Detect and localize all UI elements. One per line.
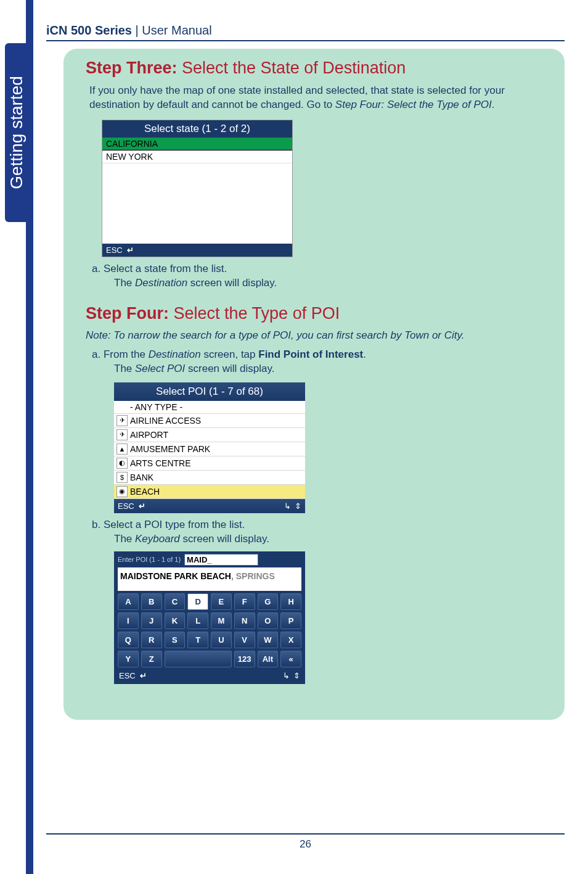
kb-esc[interactable]: ESC — [119, 671, 147, 680]
key-123[interactable]: 123 — [234, 651, 255, 667]
key-o[interactable]: O — [258, 612, 279, 629]
forward-icon[interactable]: ↳ — [283, 671, 290, 680]
key-j[interactable]: J — [141, 612, 162, 629]
key-y[interactable]: Y — [118, 651, 139, 667]
key-alt[interactable]: Alt — [258, 651, 279, 667]
key-p[interactable]: P — [280, 612, 301, 629]
key-n[interactable]: N — [234, 612, 255, 629]
step3-intro-em: Step Four: Select the Type of POI — [335, 99, 492, 110]
poi-row[interactable]: ◐ ARTS CENTRE — [114, 456, 305, 471]
poi-row[interactable]: ✈ AIRLINE ACCESS — [114, 414, 305, 428]
t: screen, tap — [201, 348, 259, 360]
key-x[interactable]: X — [280, 632, 301, 648]
poi-label: AIRLINE ACCESS — [130, 416, 201, 426]
kb-right-icons: ↳ ⇕ — [283, 671, 300, 680]
key-k[interactable]: K — [165, 612, 186, 629]
t: Keyboard — [135, 533, 180, 545]
poi-row[interactable]: ✈ AIRPORT — [114, 428, 305, 442]
select-state-screen: Select state (1 - 2 of 2) CALIFORNIA NEW… — [102, 120, 293, 257]
key-w[interactable]: W — [258, 632, 279, 648]
poi-row-selected[interactable]: ◉ BEACH — [114, 485, 305, 499]
screen2-title: Select POI (1 - 7 of 68) — [114, 382, 305, 401]
key-g[interactable]: G — [258, 593, 279, 610]
kb-input[interactable] — [184, 554, 258, 566]
key-h[interactable]: H — [280, 593, 301, 610]
key-backspace[interactable]: « — [280, 651, 301, 667]
screen2-esc-label: ESC — [118, 501, 134, 511]
step3-sub-a-text: a. Select a state from the list. — [92, 263, 227, 274]
step3-sub-a: a. Select a state from the list. The Des… — [86, 262, 549, 291]
key-u[interactable]: U — [211, 632, 232, 648]
forward-icon[interactable]: ↳ — [284, 501, 291, 511]
t: Find Point of Interest — [258, 348, 363, 360]
screen2-footer: ESC ↳ ⇕ — [114, 499, 305, 513]
header-sep: | — [132, 23, 142, 37]
dollar-icon: $ — [116, 472, 128, 483]
screen2-esc[interactable]: ESC — [118, 501, 145, 511]
key-s[interactable]: S — [165, 632, 186, 648]
key-a[interactable]: A — [118, 593, 139, 610]
poi-label: - ANY TYPE - — [130, 402, 182, 412]
poi-label: BANK — [130, 472, 153, 482]
key-space[interactable] — [165, 651, 232, 667]
enter-icon — [136, 501, 145, 511]
key-q[interactable]: Q — [118, 632, 139, 648]
doc-name: User Manual — [142, 23, 211, 37]
step4-sub-a-desc: The Select POI screen will display. — [103, 362, 549, 376]
poi-row[interactable]: - ANY TYPE - — [114, 401, 305, 414]
kb-result-grey: , SPRINGS — [231, 571, 275, 581]
key-c[interactable]: C — [165, 593, 186, 610]
step3-intro: If you only have the map of one state in… — [86, 84, 549, 112]
screen1-title: Select state (1 - 2 of 2) — [102, 120, 292, 138]
poi-label: AIRPORT — [130, 430, 168, 440]
screen1-blank — [102, 163, 292, 244]
key-i[interactable]: I — [118, 612, 139, 629]
key-l[interactable]: L — [187, 612, 208, 629]
t: Select POI — [135, 363, 185, 374]
step4-sub-b-desc: The Keyboard screen will display. — [103, 532, 549, 546]
screen1-footer: ESC — [102, 244, 292, 257]
key-v[interactable]: V — [234, 632, 255, 648]
amusement-icon: ▲ — [116, 443, 128, 455]
key-e[interactable]: E — [211, 593, 232, 610]
screen1-esc-label: ESC — [106, 245, 123, 255]
scroll-icon[interactable]: ⇕ — [293, 671, 300, 680]
page-number: 26 — [300, 838, 311, 850]
scroll-icon[interactable]: ⇕ — [295, 501, 301, 511]
arts-icon: ◐ — [116, 458, 128, 469]
kb-result-bold: MAIDSTONE PARK BEACH — [120, 571, 231, 581]
key-f[interactable]: F — [234, 593, 255, 610]
keyboard-screen: Enter POI (1 - 1 of 1) MAIDSTONE PARK BE… — [114, 551, 305, 684]
select-poi-screen: Select POI (1 - 7 of 68) - ANY TYPE - ✈ … — [114, 382, 305, 513]
kb-top-label: Enter POI (1 - 1 of 1) — [118, 556, 181, 563]
page-header: iCN 500 Series | User Manual — [46, 23, 565, 41]
enter-icon — [125, 245, 134, 255]
kb-result[interactable]: MAIDSTONE PARK BEACH, SPRINGS — [118, 567, 301, 591]
step3-sub-a-desc: The Destination screen will display. — [103, 276, 549, 291]
product-name: iCN 500 Series — [46, 23, 132, 37]
screen1-esc[interactable]: ESC — [106, 245, 134, 255]
step4-title: Step Four: Select the Type of POI — [86, 304, 549, 323]
key-d[interactable]: D — [187, 593, 208, 610]
kb-esc-label: ESC — [119, 671, 136, 680]
poi-row[interactable]: $ BANK — [114, 471, 305, 485]
key-z[interactable]: Z — [141, 651, 162, 667]
poi-label: BEACH — [130, 487, 160, 497]
step4-note: Note: To narrow the search for a type of… — [86, 329, 549, 342]
t: screen will display. — [185, 363, 274, 374]
enter-icon — [137, 671, 147, 680]
key-r[interactable]: R — [141, 632, 162, 648]
t: screen will display. — [187, 277, 277, 289]
state-row-california[interactable]: CALIFORNIA — [102, 138, 292, 150]
key-b[interactable]: B — [141, 593, 162, 610]
poi-label: AMUSEMENT PARK — [130, 444, 210, 454]
page-content: iCN 500 Series | User Manual Step Three:… — [46, 23, 565, 720]
key-m[interactable]: M — [211, 612, 232, 629]
key-t[interactable]: T — [187, 632, 208, 648]
step3-name: Select the State of Destination — [178, 59, 406, 77]
state-row-newyork[interactable]: NEW YORK — [102, 150, 292, 163]
t: . — [363, 348, 366, 360]
poi-row[interactable]: ▲ AMUSEMENT PARK — [114, 442, 305, 456]
step4-label: Step Four: — [86, 304, 169, 323]
sidebar-tab: Getting started — [5, 43, 28, 222]
